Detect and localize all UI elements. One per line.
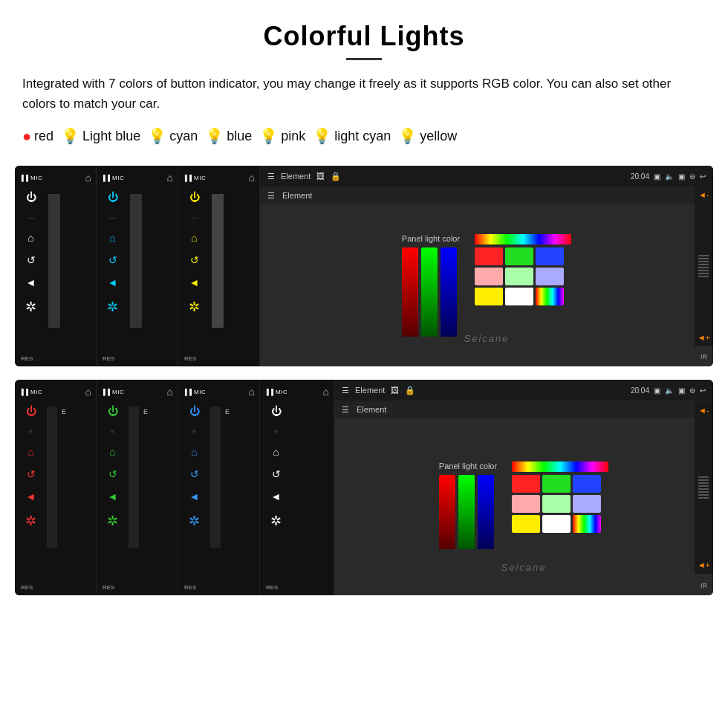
grid-white[interactable]: [505, 288, 533, 305]
vol-plus-bottom[interactable]: ◄+: [698, 560, 710, 569]
grid-red[interactable]: [475, 247, 503, 265]
grid-b-green[interactable]: [542, 475, 571, 493]
refresh-icon-b4[interactable]: ↺: [272, 468, 281, 480]
res-label-b4: RES: [266, 584, 278, 591]
bt-icon-b1[interactable]: ✲: [25, 513, 36, 529]
power-icon-b3[interactable]: ⏻: [189, 405, 200, 417]
b-tick-6: [698, 491, 709, 493]
arrow-icon-b3[interactable]: ◄: [189, 490, 200, 502]
power-icon-3[interactable]: ⏻: [189, 191, 200, 203]
grid-b-lightred[interactable]: [512, 495, 540, 513]
nav-icon-3[interactable]: ⌂: [191, 232, 197, 244]
b-tick-4: [698, 485, 709, 487]
power-icon-2[interactable]: ⏻: [108, 191, 118, 203]
bt-icon-3[interactable]: ✲: [189, 299, 200, 315]
grid-lightgreen[interactable]: [505, 268, 533, 285]
unit-b2-icons: ⏻ ≡ ⌂ ↺ ◄ ✲: [101, 401, 124, 548]
arrow-icon-b4[interactable]: ◄: [271, 490, 282, 502]
refresh-icon-2[interactable]: ↺: [108, 254, 117, 266]
bt-icon-1[interactable]: ✲: [25, 299, 36, 315]
vol-minus-bottom[interactable]: ◄-: [698, 406, 709, 415]
grid-b-lightblue[interactable]: [573, 495, 601, 513]
arrow-icon-3[interactable]: ◄: [189, 276, 200, 288]
power-icon-b1[interactable]: ⏻: [26, 405, 36, 417]
bt-icon-b2[interactable]: ✲: [107, 513, 118, 529]
b-tick-2: [698, 479, 709, 481]
unit-b4: ▐▐ MIC ⌂ ⏻ ≡ ⌂ ↺ ◄ ✲ RES: [260, 380, 334, 595]
grid-b-yellow[interactable]: [512, 515, 540, 533]
unit-3: ▐▐ MIC ⌂ ⏻ — ⌂ ↺ ◄ ✲ RES: [178, 166, 260, 366]
unit-2-icons: ⏻ — ⌂ ↺ ◄ ✲: [101, 187, 124, 328]
bt-icon-b3[interactable]: ✲: [189, 513, 200, 529]
screen-topbar-top: ☰ Element 🖼 🔒 20:04 ▣ 🔈 ▣ ⊖ ↩: [260, 166, 713, 187]
photo-icon-top: 🖼: [316, 172, 325, 181]
menu-icon-b1: ≡: [29, 427, 33, 435]
arrow-icon-b1[interactable]: ◄: [26, 490, 36, 502]
mic-label-b1: ▐▐ MIC: [19, 389, 42, 395]
cast-icon-top: ▣: [678, 172, 685, 181]
nav-icon-b3[interactable]: ⌂: [191, 446, 197, 458]
arrow-icon-b2[interactable]: ◄: [108, 490, 118, 502]
grid-lightblue[interactable]: [536, 268, 564, 285]
power-icon-b4[interactable]: ⏻: [271, 405, 282, 417]
nav-icon-1[interactable]: ⌂: [27, 232, 33, 244]
side-bar-b1: [47, 407, 57, 548]
power-icon-1[interactable]: ⏻: [26, 191, 36, 203]
arrow-icon-top: ⊖: [689, 172, 695, 181]
unit-3-top: ▐▐ MIC ⌂: [183, 172, 255, 184]
nav-icon-b4[interactable]: ⌂: [273, 446, 279, 458]
panel-light-right-bottom: [512, 462, 608, 553]
grid-blue[interactable]: [536, 247, 564, 265]
panel-light-right: [475, 234, 571, 326]
grid-b-white[interactable]: [542, 515, 571, 533]
screen-icon-bottom: ▣: [654, 386, 660, 395]
panel-light-label-top: Panel light color: [402, 234, 460, 243]
grid-yellow[interactable]: [475, 288, 503, 305]
vol-plus-top[interactable]: ◄+: [698, 333, 710, 342]
grid-b-blue[interactable]: [573, 475, 601, 493]
bt-icon-b4[interactable]: ✲: [270, 513, 282, 529]
refresh-icon-b2[interactable]: ↺: [108, 468, 117, 480]
vol-minus-top[interactable]: ◄-: [698, 190, 709, 199]
topbar-right-bottom: 20:04 ▣ 🔈 ▣ ⊖ ↩: [631, 386, 706, 395]
grid-rainbow-small[interactable]: [536, 288, 564, 305]
color-label-pink: pink: [281, 129, 305, 144]
grid-b-rainbow-small[interactable]: [573, 515, 601, 533]
ir-label-bottom: IR: [701, 582, 707, 589]
arrow-icon-2[interactable]: ◄: [108, 276, 118, 288]
color-list: ● red 💡 Light blue 💡 cyan 💡 blue 💡 pink …: [0, 121, 728, 158]
nav-icon-b1[interactable]: ⌂: [27, 446, 33, 458]
b-tick-1: [698, 476, 709, 478]
seicane-watermark-bottom: Seicane: [501, 562, 547, 573]
nav-icon-b2[interactable]: ⌂: [109, 446, 115, 458]
divider-icon-3: —: [191, 213, 198, 221]
arrow-icon-1[interactable]: ◄: [26, 276, 36, 288]
bulb-yellow-icon: 💡: [398, 127, 417, 145]
unit-b2-top: ▐▐ MIC ⌂: [101, 386, 173, 398]
power-icon-b2[interactable]: ⏻: [108, 405, 118, 417]
bar-red-top: [402, 247, 418, 337]
refresh-icon-1[interactable]: ↺: [27, 254, 36, 266]
refresh-icon-3[interactable]: ↺: [190, 254, 199, 266]
unit-b4-top: ▐▐ MIC ⌂: [264, 386, 329, 398]
unit-b3-icons: ⏻ ≡ ⌂ ↺ ◄ ✲: [183, 401, 206, 548]
cast-icon-bottom: ▣: [678, 386, 685, 395]
grid-lightred[interactable]: [475, 268, 503, 285]
nav-icon-2[interactable]: ⌂: [109, 232, 115, 244]
bulb-blue-icon: 💡: [205, 127, 224, 145]
mic-label-2: ▐▐ MIC: [101, 175, 124, 181]
refresh-icon-b1[interactable]: ↺: [27, 468, 36, 480]
grid-b-red[interactable]: [512, 475, 540, 493]
bar-green-top: [421, 247, 438, 337]
refresh-icon-b3[interactable]: ↺: [190, 468, 199, 480]
grid-green[interactable]: [505, 247, 533, 265]
main-screen-bottom: ☰ Element 🖼 🔒 20:04 ▣ 🔈 ▣ ⊖ ↩ ☰ Element: [334, 380, 713, 595]
bt-icon-2[interactable]: ✲: [107, 299, 118, 315]
panel-light-label-bottom: Panel light color: [439, 462, 497, 470]
grid-b-lightgreen[interactable]: [542, 495, 571, 513]
bar-blue-top: [441, 247, 457, 337]
unit-2: ▐▐ MIC ⌂ ⏻ — ⌂ ↺ ◄ ✲ RES: [97, 166, 178, 366]
screen-topbar-bottom: ☰ Element 🖼 🔒 20:04 ▣ 🔈 ▣ ⊖ ↩: [334, 380, 713, 401]
panels-section-top: ▐▐ MIC ⌂ ⏻ — ⌂ ↺ ◄ ✲ RES ▐▐ MIC ⌂: [0, 158, 728, 622]
element-label-bar: Element: [282, 191, 312, 200]
